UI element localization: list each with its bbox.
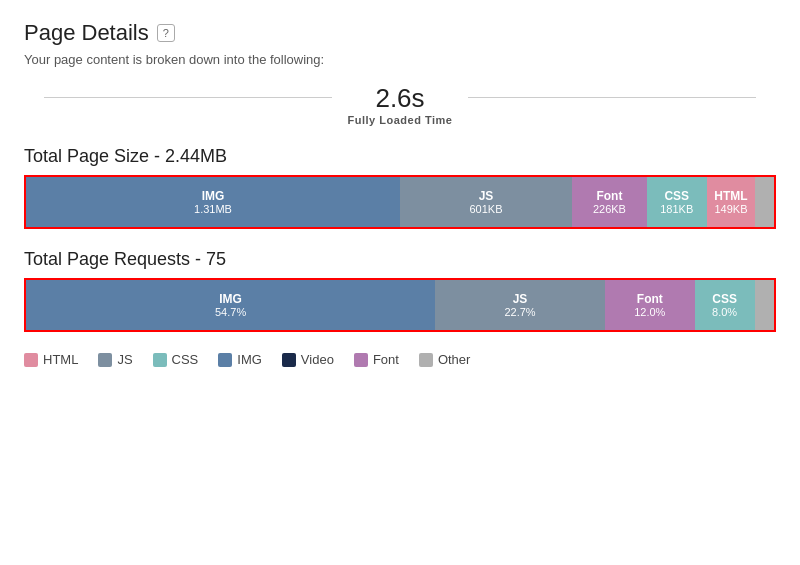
size-bar-segment: CSS181KB bbox=[647, 177, 707, 227]
legend-color-swatch bbox=[24, 353, 38, 367]
size-bar-segment: Font226KB bbox=[572, 177, 647, 227]
legend-color-swatch bbox=[153, 353, 167, 367]
requests-bar-segment: JS22.7% bbox=[435, 280, 605, 330]
legend-label: Video bbox=[301, 352, 334, 367]
legend-color-swatch bbox=[282, 353, 296, 367]
requests-bar-segment: IMG54.7% bbox=[26, 280, 435, 330]
requests-bar-segment: Font12.0% bbox=[605, 280, 695, 330]
page-title-row: Page Details ? bbox=[24, 20, 776, 46]
size-bar-segment bbox=[755, 177, 774, 227]
size-bar-segment: IMG1.31MB bbox=[26, 177, 400, 227]
legend-label: Other bbox=[438, 352, 471, 367]
legend-item: CSS bbox=[153, 352, 199, 367]
size-bar: IMG1.31MBJS601KBFont226KBCSS181KBHTML149… bbox=[24, 175, 776, 229]
requests-bar: IMG54.7%JS22.7%Font12.0%CSS8.0% bbox=[24, 278, 776, 332]
legend-color-swatch bbox=[419, 353, 433, 367]
time-value: 2.6s bbox=[348, 83, 453, 114]
legend-item: Video bbox=[282, 352, 334, 367]
legend-item: IMG bbox=[218, 352, 262, 367]
requests-bar-segment: CSS8.0% bbox=[695, 280, 755, 330]
loaded-time-section: 2.6s Fully Loaded Time bbox=[24, 83, 776, 126]
legend-color-swatch bbox=[218, 353, 232, 367]
legend: HTMLJSCSSIMGVideoFontOther bbox=[24, 352, 776, 367]
time-label: Fully Loaded Time bbox=[348, 114, 453, 126]
legend-item: JS bbox=[98, 352, 132, 367]
legend-label: HTML bbox=[43, 352, 78, 367]
page-title: Page Details bbox=[24, 20, 149, 46]
legend-item: HTML bbox=[24, 352, 78, 367]
size-bar-segment: HTML149KB bbox=[707, 177, 756, 227]
legend-item: Other bbox=[419, 352, 471, 367]
legend-color-swatch bbox=[98, 353, 112, 367]
legend-label: CSS bbox=[172, 352, 199, 367]
subtitle: Your page content is broken down into th… bbox=[24, 52, 776, 67]
size-section-title: Total Page Size - 2.44MB bbox=[24, 146, 776, 167]
size-bar-segment: JS601KB bbox=[400, 177, 572, 227]
legend-label: JS bbox=[117, 352, 132, 367]
help-icon[interactable]: ? bbox=[157, 24, 175, 42]
legend-label: Font bbox=[373, 352, 399, 367]
legend-item: Font bbox=[354, 352, 399, 367]
legend-color-swatch bbox=[354, 353, 368, 367]
requests-section-title: Total Page Requests - 75 bbox=[24, 249, 776, 270]
requests-bar-segment bbox=[755, 280, 774, 330]
legend-label: IMG bbox=[237, 352, 262, 367]
time-content: 2.6s Fully Loaded Time bbox=[332, 83, 469, 126]
